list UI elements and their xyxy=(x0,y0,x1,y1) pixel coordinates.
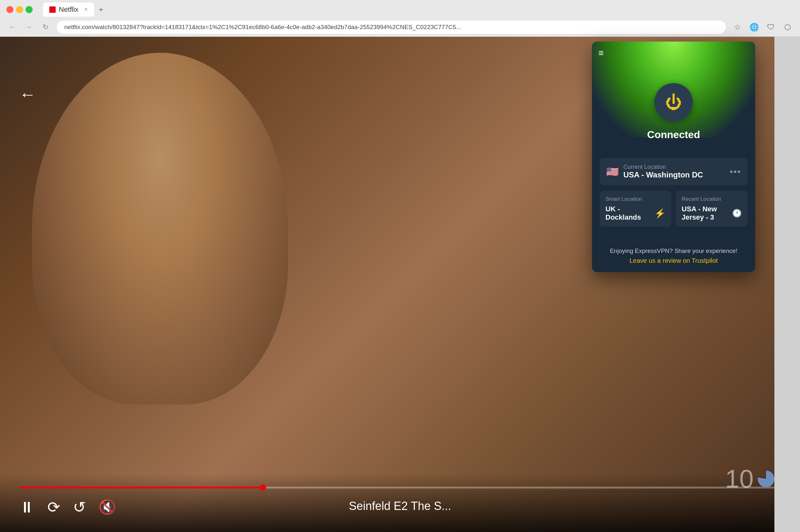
tab-bar: Netflix × + xyxy=(43,3,107,17)
vpn-header: ≡ ⏻ Connected xyxy=(592,41,755,150)
location-cards-row: Smart Location UK - Docklands ⚡ Recent L… xyxy=(600,191,747,227)
recent-location-name: USA - New Jersey - 3 xyxy=(681,205,732,222)
back-arrow-button[interactable]: ← xyxy=(19,85,36,104)
vpn-footer: Enjoying ExpressVPN? Share your experien… xyxy=(592,242,755,272)
vpn-body: 🇺🇸 Current Location USA - Washington DC … xyxy=(592,150,755,242)
browser-chrome: Netflix × + ← → ↻ netflix.com/watch/8013… xyxy=(0,0,800,37)
watermark: 10 xyxy=(725,464,775,494)
netflix-favicon xyxy=(49,6,56,13)
trustpilot-link[interactable]: Leave us a review on Trustpilot xyxy=(600,257,747,264)
clock-icon: 🕐 xyxy=(732,209,742,218)
smart-location-label: Smart Location xyxy=(605,196,666,202)
location-options-button[interactable]: ••• xyxy=(730,167,741,177)
recent-location-label: Recent Location xyxy=(681,196,742,202)
minimize-button[interactable] xyxy=(16,6,23,13)
netflix-tab[interactable]: Netflix × xyxy=(43,3,94,17)
browser-top-bar: Netflix × + xyxy=(0,0,800,18)
refresh-button[interactable]: ↻ xyxy=(40,21,51,33)
footer-enjoy-text: Enjoying ExpressVPN? Share your experien… xyxy=(600,247,747,254)
progress-bar[interactable] xyxy=(19,487,781,489)
url-text: netflix.com/watch/80132847?trackId=14183… xyxy=(64,24,719,31)
progress-fill xyxy=(19,487,263,489)
maximize-button[interactable] xyxy=(25,6,33,13)
bookmark-icon[interactable]: ☆ xyxy=(731,21,744,33)
address-bar[interactable]: netflix.com/watch/80132847?trackId=14183… xyxy=(56,20,726,34)
close-button[interactable] xyxy=(6,6,14,13)
us-flag-icon: 🇺🇸 xyxy=(606,166,619,178)
volume-button[interactable]: 🔇 xyxy=(98,499,116,515)
smart-location-row: UK - Docklands ⚡ xyxy=(605,205,666,222)
rewind-button[interactable]: ⟳ xyxy=(47,498,60,516)
watermark-circle xyxy=(758,471,775,487)
current-location-left: 🇺🇸 Current Location USA - Washington DC xyxy=(606,164,703,179)
current-location-info: Current Location USA - Washington DC xyxy=(623,164,703,179)
extension-icon-3[interactable]: ⬡ xyxy=(781,21,794,33)
tab-label: Netflix xyxy=(59,5,78,14)
current-location-card[interactable]: 🇺🇸 Current Location USA - Washington DC … xyxy=(600,158,747,185)
power-icon: ⏻ xyxy=(665,93,682,112)
current-location-name: USA - Washington DC xyxy=(623,170,703,179)
smart-location-card[interactable]: Smart Location UK - Docklands ⚡ xyxy=(600,191,671,227)
tab-close-button[interactable]: × xyxy=(84,6,88,13)
traffic-lights xyxy=(6,6,33,13)
forward-nav-button[interactable]: → xyxy=(23,21,35,33)
episode-title: Seinfeld E2 The S... xyxy=(349,499,451,513)
recent-location-card[interactable]: Recent Location USA - New Jersey - 3 🕐 xyxy=(676,191,747,227)
vpn-status-label: Connected xyxy=(647,129,700,141)
lightning-icon: ⚡ xyxy=(654,208,666,219)
forward-button[interactable]: ↺ xyxy=(73,498,86,516)
right-scrollbar-panel xyxy=(775,37,800,532)
vpn-power-button[interactable]: ⏻ xyxy=(654,83,693,121)
back-nav-button[interactable]: ← xyxy=(6,21,18,33)
smart-location-name: UK - Docklands xyxy=(605,205,654,222)
watermark-text: 10 xyxy=(725,464,753,494)
extension-icon-1[interactable]: 🌐 xyxy=(748,21,760,33)
browser-actions: ☆ 🌐 🛡 ⬡ xyxy=(731,21,794,33)
progress-thumb[interactable] xyxy=(260,484,266,491)
vpn-menu-button[interactable]: ≡ xyxy=(598,48,603,58)
extension-icon-2[interactable]: 🛡 xyxy=(765,21,777,33)
video-content xyxy=(32,53,288,404)
recent-location-row: USA - New Jersey - 3 🕐 xyxy=(681,205,742,222)
play-pause-button[interactable]: ⏸ xyxy=(19,498,35,516)
address-bar-row: ← → ↻ netflix.com/watch/80132847?trackId… xyxy=(0,18,800,36)
current-location-label: Current Location xyxy=(623,164,703,170)
vpn-popup: ≡ ⏻ Connected 🇺🇸 Current Location USA - … xyxy=(592,41,755,272)
new-tab-button[interactable]: + xyxy=(95,4,107,15)
